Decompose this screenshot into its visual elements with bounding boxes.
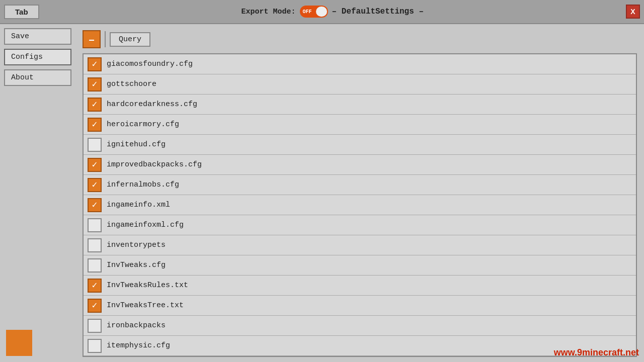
header: Tab Export Mode: OFF – DefaultSettings –… xyxy=(0,0,644,24)
toolbar-divider xyxy=(105,31,106,47)
file-checkbox[interactable]: ✓ xyxy=(88,98,102,112)
file-name-label: InvTweaks.cfg xyxy=(107,261,166,269)
file-name-label: heroicarmory.cfg xyxy=(107,120,179,129)
about-button[interactable]: About xyxy=(4,69,71,86)
toggle-knob xyxy=(316,7,327,17)
checkmark-icon: ✓ xyxy=(92,60,98,69)
file-list[interactable]: ✓giacomosfoundry.cfg✓gottschoore✓hardcor… xyxy=(84,54,636,356)
file-checkbox[interactable]: ✓ xyxy=(88,178,102,192)
file-name-label: giacomosfoundry.cfg xyxy=(107,60,193,68)
file-name-label: gottschoore xyxy=(107,80,156,88)
file-checkbox[interactable]: ✓ xyxy=(88,198,102,212)
orange-square-indicator xyxy=(6,330,32,356)
file-checkbox[interactable]: ✓ xyxy=(88,118,102,132)
file-name-label: InvTweaksTree.txt xyxy=(107,301,184,310)
list-item: ✓improvedbackpacks.cfg xyxy=(84,155,636,175)
checkmark-icon: ✓ xyxy=(92,180,98,190)
list-item: ✓ingameinfo.xml xyxy=(84,195,636,215)
main-content: – Query ✓giacomosfoundry.cfg✓gottschoore… xyxy=(75,24,644,362)
list-item: ✓InvTweaksTree.txt xyxy=(84,296,636,316)
file-name-label: infernalmobs.cfg xyxy=(107,180,179,189)
checkmark-icon: ✓ xyxy=(92,301,98,310)
file-checkbox[interactable]: ✓ xyxy=(88,57,102,71)
file-name-label: ingameinfo.xml xyxy=(107,201,170,209)
list-item: ✓infernalmobs.cfg xyxy=(84,175,636,195)
list-item: inventorypets xyxy=(84,235,636,255)
list-item: ✓giacomosfoundry.cfg xyxy=(84,54,636,74)
save-button[interactable]: Save xyxy=(4,28,71,45)
checkmark-icon: ✓ xyxy=(92,80,98,89)
file-checkbox[interactable]: ✓ xyxy=(88,158,102,172)
list-item: ignitehud.cfg xyxy=(84,135,636,155)
file-name-label: itemphysic.cfg xyxy=(107,341,170,350)
list-item: ingameinfoxml.cfg xyxy=(84,215,636,235)
close-button[interactable]: X xyxy=(626,5,640,19)
file-checkbox[interactable]: ✓ xyxy=(88,299,102,313)
toggle-off-label: OFF xyxy=(303,9,312,15)
file-checkbox[interactable] xyxy=(88,238,102,252)
configs-button[interactable]: Configs xyxy=(4,49,71,65)
export-mode-label: Export Mode: xyxy=(242,8,296,16)
list-item: InvTweaks.cfg xyxy=(84,255,636,276)
file-checkbox[interactable] xyxy=(88,138,102,152)
header-center: Export Mode: OFF – DefaultSettings – xyxy=(242,6,424,18)
checkmark-icon: ✓ xyxy=(92,281,98,290)
list-item: ironbackpacks xyxy=(84,316,636,336)
toolbar: – Query xyxy=(83,29,637,49)
file-checkbox[interactable] xyxy=(88,218,102,232)
list-item: ✓gottschoore xyxy=(84,74,636,95)
query-button[interactable]: Query xyxy=(110,32,150,47)
minus-button[interactable]: – xyxy=(83,30,101,48)
file-name-label: ironbackpacks xyxy=(107,321,166,330)
file-checkbox[interactable] xyxy=(88,258,102,273)
file-name-label: InvTweaksRules.txt xyxy=(107,281,188,290)
file-checkbox[interactable] xyxy=(88,339,102,353)
list-item: ✓InvTweaksRules.txt xyxy=(84,276,636,296)
file-name-label: ingameinfoxml.cfg xyxy=(107,221,184,229)
list-item: ✓heroicarmory.cfg xyxy=(84,115,636,135)
file-name-label: inventorypets xyxy=(107,241,166,249)
file-list-container: ✓giacomosfoundry.cfg✓gottschoore✓hardcor… xyxy=(83,53,637,357)
checkmark-icon: ✓ xyxy=(92,100,98,109)
checkmark-icon: ✓ xyxy=(92,120,98,129)
checkmark-icon: ✓ xyxy=(92,160,98,169)
tab-button[interactable]: Tab xyxy=(4,5,39,19)
settings-title: – DefaultSettings – xyxy=(332,7,424,16)
file-checkbox[interactable]: ✓ xyxy=(88,279,102,293)
checkmark-icon: ✓ xyxy=(92,201,98,210)
file-name-label: hardcoredarkness.cfg xyxy=(107,100,197,109)
file-name-label: ignitehud.cfg xyxy=(107,140,166,149)
file-name-label: improvedbackpacks.cfg xyxy=(107,160,202,169)
export-mode-toggle[interactable]: OFF xyxy=(300,6,328,18)
sidebar: Save Configs About xyxy=(0,24,75,362)
list-item: ✓hardcoredarkness.cfg xyxy=(84,95,636,115)
list-item: itemphysic.cfg xyxy=(84,336,636,356)
file-checkbox[interactable] xyxy=(88,319,102,333)
file-checkbox[interactable]: ✓ xyxy=(88,77,102,92)
